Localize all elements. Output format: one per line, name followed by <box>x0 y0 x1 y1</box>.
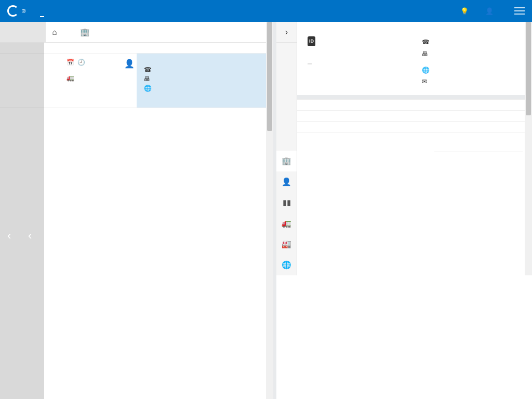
nav-search[interactable] <box>40 5 44 17</box>
person-icon: 👤 <box>124 59 135 69</box>
results-panel: ⌂ 🏢 📅 🕘 🚛 👤 ☎ 🖶 <box>0 22 276 399</box>
contacts-header <box>297 132 532 157</box>
expanded-company: 👤 ☎ 🖶 🌐 <box>137 54 273 108</box>
mail-icon: ✉ <box>422 76 429 88</box>
expanded-details: 📅 🕘 🚛 <box>0 54 137 108</box>
side-building-icon[interactable]: 🏢 <box>276 151 297 171</box>
contact-search-input[interactable] <box>434 140 523 152</box>
phone-icon: ☎ <box>422 36 429 48</box>
side-globe-icon[interactable]: 🌐 <box>276 255 297 275</box>
app-header: ® 💡 👤 <box>0 0 532 22</box>
country-badge <box>308 63 312 64</box>
home-icon[interactable]: ⌂ <box>46 28 63 36</box>
scroll-left2-icon[interactable]: ‹ <box>28 229 32 243</box>
right-scrollbar[interactable] <box>525 22 532 275</box>
detail-sidebar: › 🏢 👤 ▮▮ 🚛 🏭 🌐 <box>276 22 297 275</box>
company-details-table <box>297 99 532 132</box>
tab-plus1[interactable] <box>23 22 46 42</box>
globe-icon: 🌐 <box>422 64 429 76</box>
side-truck-icon[interactable]: 🚛 <box>276 213 297 234</box>
side-person-icon[interactable]: 👤 <box>276 171 297 192</box>
scroll-left-icon[interactable]: ‹ <box>7 229 11 243</box>
side-barcode-icon[interactable]: ▮▮ <box>276 192 297 213</box>
feedback-link[interactable]: 💡 <box>460 7 472 15</box>
logo-swirl-icon <box>7 5 19 17</box>
company-header: ID ☎ 🖶 🌐 ✉ <box>297 22 532 95</box>
hamburger-icon[interactable] <box>514 7 525 15</box>
fax-icon: 🖶 <box>144 75 151 83</box>
user-icon: 👤 <box>485 7 494 15</box>
row-expanded: 📅 🕘 🚛 👤 ☎ 🖶 🌐 <box>0 54 273 108</box>
truck-icon: 🚛 <box>66 74 132 82</box>
brand-logo[interactable]: ® <box>7 5 25 17</box>
calendar-icon: 📅 <box>66 59 74 66</box>
side-warehouse-icon[interactable]: 🏭 <box>276 234 297 255</box>
hide-deleted-filter[interactable] <box>0 43 273 54</box>
building-icon[interactable]: 🏢 <box>76 28 94 37</box>
lightbulb-icon: 💡 <box>460 7 469 15</box>
detail-panel: › 🏢 👤 ▮▮ 🚛 🏭 🌐 ID <box>276 22 532 399</box>
fax-icon: 🖶 <box>422 48 429 60</box>
results-tabs: ⌂ 🏢 <box>0 22 273 43</box>
collapse-icon[interactable]: › <box>276 22 297 43</box>
tab-16[interactable] <box>0 22 23 42</box>
clock-icon: 🕘 <box>77 59 85 66</box>
id-badge: ID <box>308 36 315 46</box>
user-menu[interactable]: 👤 <box>485 7 497 15</box>
globe-icon: 🌐 <box>144 85 151 92</box>
phone-icon: ☎ <box>144 66 151 73</box>
left-scrollbar[interactable] <box>266 22 273 399</box>
